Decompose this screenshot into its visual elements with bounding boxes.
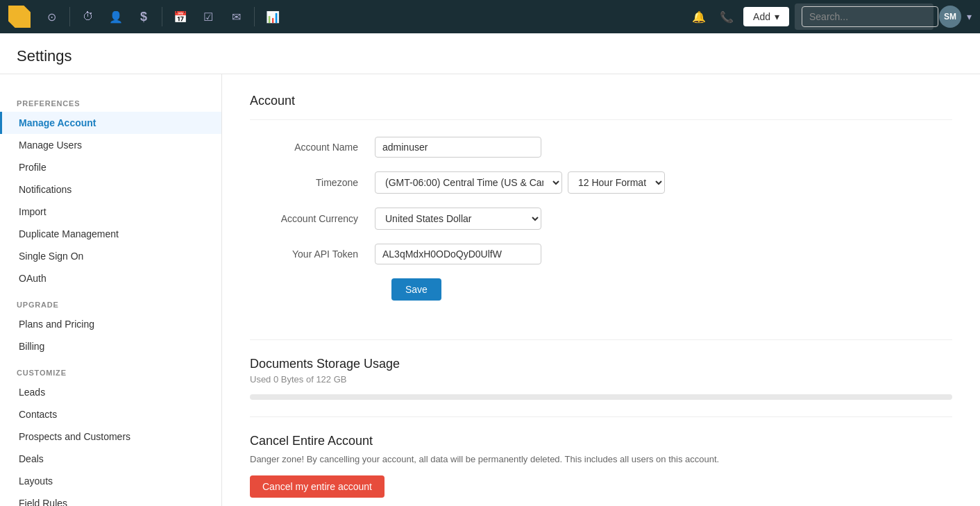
storage-section: Documents Storage Usage Used 0 Bytes of … (250, 357, 952, 400)
upgrade-section-label: UPGRADE (0, 289, 221, 313)
speedometer-icon[interactable]: ⊙ (39, 4, 64, 29)
sidebar-item-label: Leads (19, 387, 45, 398)
storage-subtitle: Used 0 Bytes of 122 GB (250, 374, 952, 385)
sidebar-item-label: Layouts (19, 475, 53, 487)
sidebar-item-profile[interactable]: Profile (0, 156, 221, 178)
email-icon[interactable]: ✉ (223, 4, 248, 29)
sidebar-item-import[interactable]: Import (0, 201, 221, 223)
avatar-dropdown-icon[interactable]: ▾ (967, 11, 972, 22)
search-input[interactable] (802, 6, 938, 27)
main-content: Account Account Name Timezone (GMT-06:00… (222, 74, 980, 506)
page-header: Settings (0, 33, 980, 74)
notifications-bell-icon[interactable]: 🔔 (688, 6, 710, 28)
avatar[interactable]: SM (939, 6, 961, 28)
timezone-row: Timezone (GMT-06:00) Central Time (US & … (250, 171, 952, 194)
page-body: PREFERENCES Manage Account Manage Users … (0, 74, 980, 506)
sidebar-item-label: Contacts (19, 409, 57, 420)
save-button-label: Save (405, 284, 428, 295)
avatar-initials: SM (944, 12, 956, 22)
api-token-row: Your API Token (250, 244, 952, 264)
sidebar-item-manage-account[interactable]: Manage Account (0, 112, 221, 134)
sidebar-item-label: Plans and Pricing (19, 319, 94, 330)
save-button[interactable]: Save (391, 278, 441, 301)
api-token-controls (375, 244, 541, 264)
top-navigation: ⊙ ⏱ 👤 $ 📅 ☑ ✉ 📊 🔔 📞 Add ▾ 🔍 SM ▾ (0, 0, 980, 33)
currency-row: Account Currency United States DollarEur… (250, 208, 952, 230)
sidebar-item-single-sign-on[interactable]: Single Sign On (0, 245, 221, 267)
checkbox-icon[interactable]: ☑ (196, 4, 221, 29)
nav-divider (69, 7, 70, 26)
sidebar-item-plans-pricing[interactable]: Plans and Pricing (0, 313, 221, 335)
api-token-input[interactable] (375, 244, 541, 264)
account-name-controls (375, 137, 541, 158)
account-name-row: Account Name (250, 137, 952, 158)
sidebar-item-label: Single Sign On (19, 251, 83, 262)
sidebar-item-label: Import (19, 206, 47, 217)
dollar-icon[interactable]: $ (131, 4, 156, 29)
sidebar-item-contacts[interactable]: Contacts (0, 403, 221, 425)
currency-label: Account Currency (250, 213, 375, 224)
api-token-label: Your API Token (250, 248, 375, 260)
sidebar-item-label: Deals (19, 453, 44, 464)
sidebar-item-label: Manage Account (19, 117, 96, 128)
chart-icon[interactable]: 📊 (260, 4, 285, 29)
sidebar-item-label: Notifications (19, 184, 71, 195)
storage-title: Documents Storage Usage (250, 357, 952, 371)
app-logo[interactable] (8, 6, 31, 28)
nav-divider3 (254, 7, 255, 26)
cancel-description: Danger zone! By cancelling your account,… (250, 454, 952, 464)
sidebar-item-layouts[interactable]: Layouts (0, 470, 221, 492)
cancel-title: Cancel Entire Account (250, 434, 952, 448)
storage-bar-background (250, 394, 952, 400)
sidebar-item-label: Billing (19, 341, 44, 352)
sidebar-item-label: OAuth (19, 273, 47, 284)
sidebar-item-manage-users[interactable]: Manage Users (0, 134, 221, 156)
customize-section-label: CUSTOMIZE (0, 357, 221, 381)
section-divider-1 (250, 339, 952, 340)
timezone-controls: (GMT-06:00) Central Time (US & Canada)(G… (375, 171, 665, 194)
add-button-label: Add (753, 11, 770, 22)
sidebar-item-prospects-customers[interactable]: Prospects and Customers (0, 425, 221, 448)
section-divider-2 (250, 416, 952, 417)
nav-right: 🔔 📞 Add ▾ 🔍 SM ▾ (688, 3, 972, 30)
sidebar-item-billing[interactable]: Billing (0, 335, 221, 357)
add-dropdown-arrow-icon: ▾ (775, 11, 779, 22)
cancel-account-button[interactable]: Cancel my entire account (250, 475, 385, 498)
calendar-icon[interactable]: 📅 (168, 4, 193, 29)
sidebar-item-label: Duplicate Management (19, 228, 119, 239)
sidebar-item-oauth[interactable]: OAuth (0, 267, 221, 289)
timezone-label: Timezone (250, 177, 375, 188)
sidebar-item-label: Manage Users (19, 140, 82, 151)
timezone-select[interactable]: (GMT-06:00) Central Time (US & Canada)(G… (375, 171, 562, 194)
sidebar-item-leads[interactable]: Leads (0, 381, 221, 403)
cancel-account-section: Cancel Entire Account Danger zone! By ca… (250, 434, 952, 498)
sidebar-item-deals[interactable]: Deals (0, 448, 221, 470)
phone-icon[interactable]: 📞 (716, 6, 738, 28)
sidebar-item-field-rules[interactable]: Field Rules (0, 492, 221, 506)
currency-controls: United States DollarEuroBritish PoundCan… (375, 208, 541, 230)
nav-divider2 (162, 7, 162, 26)
search-bar[interactable]: 🔍 (795, 3, 933, 30)
page-title: Settings (17, 47, 963, 65)
sidebar-item-notifications[interactable]: Notifications (0, 178, 221, 201)
account-section-title: Account (250, 94, 952, 120)
sidebar-item-label: Prospects and Customers (19, 431, 130, 442)
account-name-label: Account Name (250, 142, 375, 153)
account-name-input[interactable] (375, 137, 541, 158)
sidebar-item-duplicate-management[interactable]: Duplicate Management (0, 223, 221, 245)
add-button[interactable]: Add ▾ (743, 7, 789, 26)
hour-format-select[interactable]: 12 Hour Format24 Hour Format (568, 171, 665, 194)
cancel-button-label: Cancel my entire account (262, 481, 372, 492)
sidebar: PREFERENCES Manage Account Manage Users … (0, 74, 222, 506)
sidebar-item-label: Field Rules (19, 498, 67, 506)
person-icon[interactable]: 👤 (103, 4, 128, 29)
preferences-section-label: PREFERENCES (0, 88, 221, 112)
timer-icon[interactable]: ⏱ (76, 4, 101, 29)
currency-select[interactable]: United States DollarEuroBritish PoundCan… (375, 208, 541, 230)
sidebar-item-label: Profile (19, 162, 47, 173)
